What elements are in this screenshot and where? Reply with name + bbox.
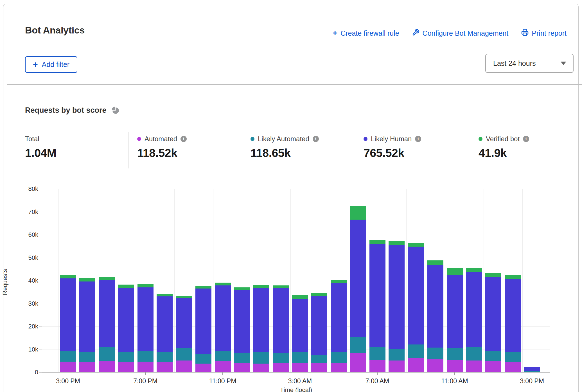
verified-bot-bar-segment[interactable] — [215, 283, 231, 285]
automated-bar-segment[interactable] — [408, 358, 424, 372]
likely-automated-bar-segment[interactable] — [157, 352, 173, 362]
likely-human-bar-segment[interactable] — [157, 296, 173, 352]
verified-bot-bar-segment[interactable] — [79, 278, 95, 281]
automated-bar-segment[interactable] — [369, 360, 385, 372]
automated-bar-segment[interactable] — [350, 353, 366, 372]
automated-bar-segment[interactable] — [389, 361, 405, 372]
likely-automated-bar-segment[interactable] — [234, 353, 250, 363]
automated-bar-segment[interactable] — [118, 362, 134, 372]
likely-automated-bar-segment[interactable] — [215, 351, 231, 361]
automated-bar-segment[interactable] — [505, 362, 521, 372]
likely-automated-bar-segment[interactable] — [311, 355, 327, 363]
automated-bar-segment[interactable] — [427, 359, 443, 372]
likely-human-bar-segment[interactable] — [408, 247, 424, 344]
likely-human-bar-segment[interactable] — [350, 220, 366, 337]
likely-human-bar-segment[interactable] — [389, 245, 405, 349]
likely-automated-bar-segment[interactable] — [118, 352, 134, 362]
verified-bot-bar-segment[interactable] — [485, 273, 501, 277]
automated-bar-segment[interactable] — [137, 362, 154, 372]
likely-human-bar-segment[interactable] — [253, 288, 269, 352]
likely-automated-bar-segment[interactable] — [137, 351, 154, 362]
likely-automated-bar-segment[interactable] — [331, 352, 347, 363]
automated-bar-segment[interactable] — [466, 361, 482, 372]
verified-bot-bar-segment[interactable] — [60, 275, 76, 278]
automated-bar-segment[interactable] — [273, 363, 289, 372]
automated-bar-segment[interactable] — [234, 363, 250, 372]
verified-bot-bar-segment[interactable] — [137, 284, 154, 287]
verified-bot-bar-segment[interactable] — [292, 295, 308, 299]
likely-automated-bar-segment[interactable] — [485, 351, 501, 361]
likely-automated-bar-segment[interactable] — [60, 351, 76, 362]
likely-human-bar-segment[interactable] — [99, 280, 115, 347]
likely-automated-bar-segment[interactable] — [447, 348, 463, 360]
verified-bot-bar-segment[interactable] — [195, 286, 211, 289]
automated-bar-segment[interactable] — [79, 362, 95, 372]
likely-human-bar-segment[interactable] — [234, 290, 250, 353]
likely-human-bar-segment[interactable] — [215, 285, 231, 350]
verified-bot-bar-segment[interactable] — [118, 285, 134, 288]
likely-human-bar-segment[interactable] — [331, 283, 347, 352]
likely-automated-bar-segment[interactable] — [253, 352, 269, 364]
automated-bar-segment[interactable] — [195, 364, 211, 372]
verified-bot-bar-segment[interactable] — [447, 268, 463, 275]
likely-human-bar-segment[interactable] — [524, 367, 540, 371]
action-link-configure-bot-management[interactable]: Configure Bot Management — [412, 29, 509, 38]
likely-automated-bar-segment[interactable] — [427, 348, 443, 359]
verified-bot-bar-segment[interactable] — [524, 367, 540, 367]
automated-bar-segment[interactable] — [447, 360, 463, 372]
likely-automated-bar-segment[interactable] — [505, 352, 521, 362]
likely-human-bar-segment[interactable] — [427, 265, 443, 348]
verified-bot-bar-segment[interactable] — [253, 285, 269, 288]
verified-bot-bar-segment[interactable] — [234, 287, 250, 290]
likely-human-bar-segment[interactable] — [447, 275, 463, 348]
automated-bar-segment[interactable] — [176, 361, 192, 372]
likely-automated-bar-segment[interactable] — [79, 352, 95, 362]
info-icon[interactable]: i — [415, 136, 421, 142]
verified-bot-bar-segment[interactable] — [408, 243, 424, 247]
verified-bot-bar-segment[interactable] — [99, 277, 115, 280]
verified-bot-bar-segment[interactable] — [273, 285, 289, 288]
likely-automated-bar-segment[interactable] — [273, 353, 289, 363]
likely-human-bar-segment[interactable] — [369, 244, 385, 347]
likely-human-bar-segment[interactable] — [466, 272, 482, 347]
likely-human-bar-segment[interactable] — [485, 277, 501, 351]
likely-human-bar-segment[interactable] — [118, 288, 134, 352]
automated-bar-segment[interactable] — [311, 363, 327, 372]
likely-human-bar-segment[interactable] — [311, 296, 327, 355]
likely-human-bar-segment[interactable] — [195, 289, 211, 354]
automated-bar-segment[interactable] — [99, 361, 115, 372]
likely-automated-bar-segment[interactable] — [99, 347, 115, 361]
likely-human-bar-segment[interactable] — [505, 279, 521, 352]
add-filter-button[interactable]: + Add filter — [25, 56, 77, 73]
verified-bot-bar-segment[interactable] — [311, 293, 327, 296]
verified-bot-bar-segment[interactable] — [466, 268, 482, 272]
verified-bot-bar-segment[interactable] — [389, 241, 405, 245]
likely-human-bar-segment[interactable] — [292, 299, 308, 352]
automated-bar-segment[interactable] — [253, 364, 269, 372]
likely-automated-bar-segment[interactable] — [466, 347, 482, 361]
likely-human-bar-segment[interactable] — [79, 281, 95, 352]
likely-automated-bar-segment[interactable] — [292, 352, 308, 363]
likely-automated-bar-segment[interactable] — [408, 344, 424, 358]
verified-bot-bar-segment[interactable] — [427, 260, 443, 265]
likely-automated-bar-segment[interactable] — [369, 347, 385, 360]
automated-bar-segment[interactable] — [331, 363, 347, 372]
automated-bar-segment[interactable] — [157, 362, 173, 372]
automated-bar-segment[interactable] — [292, 363, 308, 372]
likely-human-bar-segment[interactable] — [137, 287, 154, 351]
info-icon[interactable]: i — [523, 136, 529, 142]
verified-bot-bar-segment[interactable] — [176, 296, 192, 298]
time-range-select[interactable]: Last 24 hours — [485, 54, 574, 73]
likely-automated-bar-segment[interactable] — [524, 371, 540, 371]
verified-bot-bar-segment[interactable] — [505, 275, 521, 279]
verified-bot-bar-segment[interactable] — [369, 240, 385, 244]
verified-bot-bar-segment[interactable] — [350, 206, 366, 220]
automated-bar-segment[interactable] — [60, 362, 76, 372]
automated-bar-segment[interactable] — [485, 361, 501, 372]
verified-bot-bar-segment[interactable] — [331, 280, 347, 283]
likely-human-bar-segment[interactable] — [273, 288, 289, 353]
likely-automated-bar-segment[interactable] — [350, 337, 366, 353]
action-link-create-firewall-rule[interactable]: +Create firewall rule — [333, 29, 399, 37]
verified-bot-bar-segment[interactable] — [157, 294, 173, 296]
automated-bar-segment[interactable] — [215, 361, 231, 372]
